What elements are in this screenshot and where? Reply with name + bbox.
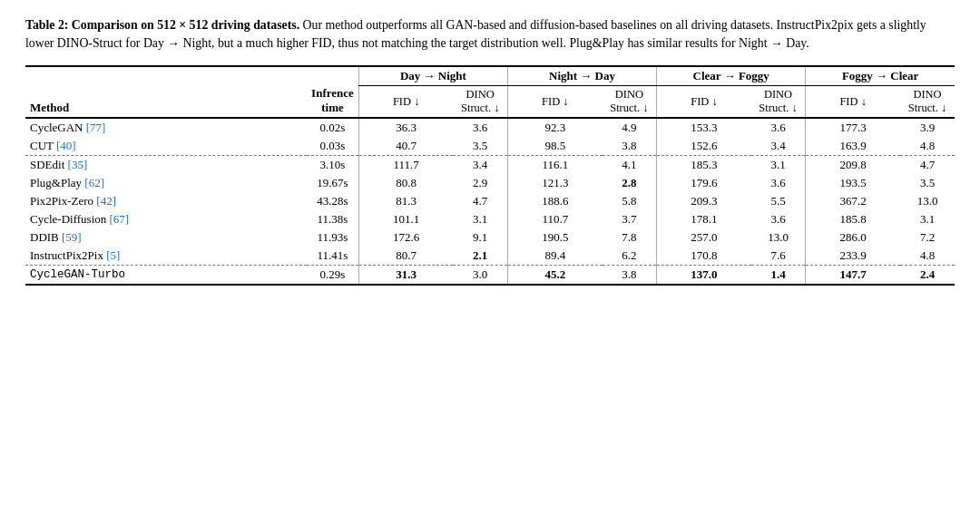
- value-cell: 233.9: [806, 247, 900, 266]
- value-cell: 4.7: [453, 192, 507, 210]
- value-cell: 3.6: [751, 118, 806, 137]
- dino3-header: DINOStruct. ↓: [751, 86, 806, 119]
- table-row: CUT [40]0.03s40.73.598.53.8152.63.4163.9…: [25, 137, 955, 156]
- time-cell: 11.93s: [307, 228, 358, 247]
- time-cell: 11.41s: [307, 247, 358, 266]
- value-cell: 101.1: [358, 210, 453, 228]
- clear-foggy-header: Clear → Foggy: [657, 66, 806, 86]
- value-cell: 5.8: [603, 192, 657, 210]
- value-cell: 152.6: [657, 137, 751, 156]
- time-cell: 0.29s: [307, 266, 358, 286]
- value-cell: 209.8: [806, 156, 900, 175]
- method-cell: Plug&Play [62]: [25, 174, 307, 192]
- value-cell: 80.7: [358, 247, 453, 266]
- table-row: CycleGAN-Turbo0.29s31.33.045.23.8137.01.…: [25, 266, 955, 286]
- value-cell: 3.5: [900, 174, 955, 192]
- fid2-header: FID ↓: [507, 86, 602, 119]
- method-cell: InstructPix2Pix [5]: [25, 247, 307, 266]
- table-row: SDEdit [35]3.10s111.73.4116.14.1185.33.1…: [25, 156, 955, 175]
- value-cell: 3.1: [751, 156, 806, 175]
- value-cell: 188.6: [507, 192, 602, 210]
- value-cell: 2.9: [453, 174, 507, 192]
- time-cell: 0.02s: [307, 118, 358, 137]
- value-cell: 80.8: [358, 174, 453, 192]
- value-cell: 3.4: [751, 137, 806, 156]
- value-cell: 5.5: [751, 192, 806, 210]
- value-cell: 2.1: [453, 247, 507, 266]
- value-cell: 172.6: [358, 228, 453, 247]
- fid4-header: FID ↓: [806, 86, 900, 119]
- table-row: Pix2Pix-Zero [42]43.28s81.34.7188.65.820…: [25, 192, 955, 210]
- time-cell: 3.10s: [307, 156, 358, 175]
- value-cell: 4.7: [900, 156, 955, 175]
- value-cell: 31.3: [358, 266, 453, 286]
- day-night-header: Day → Night: [358, 66, 507, 86]
- night-day-header: Night → Day: [507, 66, 656, 86]
- value-cell: 13.0: [900, 192, 955, 210]
- value-cell: 177.3: [806, 118, 900, 137]
- value-cell: 89.4: [507, 247, 602, 266]
- group-header-row: Method Infrencetime Day → Night Night → …: [25, 66, 955, 86]
- value-cell: 3.4: [453, 156, 507, 175]
- value-cell: 3.5: [453, 137, 507, 156]
- time-cell: 0.03s: [307, 137, 358, 156]
- value-cell: 209.3: [657, 192, 751, 210]
- value-cell: 190.5: [507, 228, 602, 247]
- value-cell: 3.6: [751, 210, 806, 228]
- value-cell: 3.6: [453, 118, 507, 137]
- value-cell: 147.7: [806, 266, 900, 286]
- time-cell: 43.28s: [307, 192, 358, 210]
- value-cell: 178.1: [657, 210, 751, 228]
- value-cell: 170.8: [657, 247, 751, 266]
- value-cell: 3.8: [603, 137, 657, 156]
- method-cell: Cycle-Diffusion [67]: [25, 210, 307, 228]
- table-row: DDIB [59]11.93s172.69.1190.57.8257.013.0…: [25, 228, 955, 247]
- value-cell: 185.8: [806, 210, 900, 228]
- value-cell: 4.1: [603, 156, 657, 175]
- value-cell: 111.7: [358, 156, 453, 175]
- fid1-header: FID ↓: [358, 86, 453, 119]
- value-cell: 2.4: [900, 266, 955, 286]
- time-cell: 19.67s: [307, 174, 358, 192]
- value-cell: 13.0: [751, 228, 806, 247]
- value-cell: 7.6: [751, 247, 806, 266]
- value-cell: 9.1: [453, 228, 507, 247]
- value-cell: 3.9: [900, 118, 955, 137]
- foggy-clear-header: Foggy → Clear: [806, 66, 955, 86]
- value-cell: 1.4: [751, 266, 806, 286]
- value-cell: 163.9: [806, 137, 900, 156]
- value-cell: 4.8: [900, 137, 955, 156]
- method-cell: CycleGAN [77]: [25, 118, 307, 137]
- value-cell: 6.2: [603, 247, 657, 266]
- table-row: InstructPix2Pix [5]11.41s80.72.189.46.21…: [25, 247, 955, 266]
- method-cell: DDIB [59]: [25, 228, 307, 247]
- value-cell: 153.3: [657, 118, 751, 137]
- value-cell: 116.1: [507, 156, 602, 175]
- value-cell: 185.3: [657, 156, 751, 175]
- value-cell: 40.7: [358, 137, 453, 156]
- method-cell: CUT [40]: [25, 137, 307, 156]
- method-cell: Pix2Pix-Zero [42]: [25, 192, 307, 210]
- value-cell: 98.5: [507, 137, 602, 156]
- table-row: Plug&Play [62]19.67s80.82.9121.32.8179.6…: [25, 174, 955, 192]
- method-cell: SDEdit [35]: [25, 156, 307, 175]
- value-cell: 179.6: [657, 174, 751, 192]
- value-cell: 7.2: [900, 228, 955, 247]
- dino1-header: DINOStruct. ↓: [453, 86, 507, 119]
- value-cell: 3.1: [900, 210, 955, 228]
- fid3-header: FID ↓: [657, 86, 751, 119]
- table-row: CycleGAN [77]0.02s36.33.692.34.9153.33.6…: [25, 118, 955, 137]
- value-cell: 3.8: [603, 266, 657, 286]
- value-cell: 7.8: [603, 228, 657, 247]
- value-cell: 2.8: [603, 174, 657, 192]
- value-cell: 92.3: [507, 118, 602, 137]
- comparison-table: Method Infrencetime Day → Night Night → …: [25, 65, 955, 286]
- value-cell: 3.6: [751, 174, 806, 192]
- value-cell: 286.0: [806, 228, 900, 247]
- method-header: Method: [25, 66, 307, 118]
- value-cell: 3.1: [453, 210, 507, 228]
- value-cell: 3.0: [453, 266, 507, 286]
- time-cell: 11.38s: [307, 210, 358, 228]
- table-caption: Table 2: Comparison on 512 × 512 driving…: [25, 16, 955, 53]
- dino4-header: DINOStruct. ↓: [900, 86, 955, 119]
